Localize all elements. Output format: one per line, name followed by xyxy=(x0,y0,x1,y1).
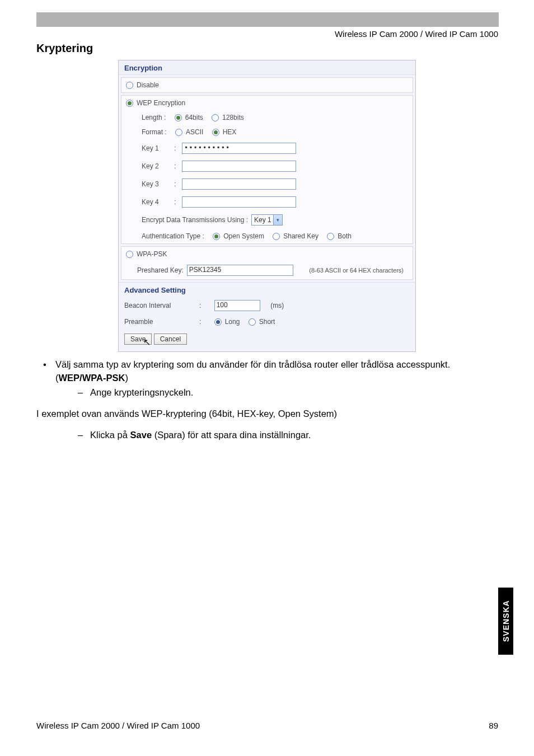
key3-label: Key 3 xyxy=(142,180,171,188)
bullet-1: Välj samma typ av kryptering som du anvä… xyxy=(36,358,495,385)
save-button[interactable]: Save xyxy=(124,334,152,345)
button-row: Save Cancel ↖ xyxy=(119,329,415,351)
bullet1-post: ) xyxy=(125,373,128,383)
cancel-button[interactable]: Cancel xyxy=(154,334,187,345)
advanced-header: Advanced Setting xyxy=(119,282,415,297)
top-grey-bar xyxy=(36,12,499,27)
example-paragraph: I exemplet ovan används WEP-kryptering (… xyxy=(36,407,495,421)
preamble-short: Short xyxy=(259,318,275,326)
radio-64bits[interactable] xyxy=(175,114,182,121)
wpa-cell: WPA-PSK Preshared Key: PSK12345 (8-63 AS… xyxy=(121,246,413,280)
footer-left: Wireless IP Cam 2000 / Wired IP Cam 1000 xyxy=(36,721,200,730)
length-128: 128bits xyxy=(222,114,244,121)
beacon-unit: (ms) xyxy=(270,302,284,309)
sub2-pre: Klicka på xyxy=(90,430,130,440)
encryption-disable-cell: Disable xyxy=(121,77,413,93)
bullet1-bold: WEP/WPA-PSK xyxy=(59,373,125,383)
preamble-label: Preamble xyxy=(124,318,196,326)
auth-shared: Shared Key xyxy=(283,232,318,240)
wpa-label: WPA-PSK xyxy=(137,250,167,258)
radio-wep[interactable] xyxy=(126,100,133,107)
key3-input[interactable] xyxy=(182,179,296,190)
format-label: Format : xyxy=(142,128,167,136)
sub2-post: (Spara) för att spara dina inställningar… xyxy=(152,430,311,440)
key1-label: Key 1 xyxy=(142,144,171,152)
encrypt-using-select[interactable]: Key 1 ▾ xyxy=(251,214,283,226)
auth-open: Open System xyxy=(223,232,264,240)
preshared-hint: (8-63 ASCII or 64 HEX characters) xyxy=(309,267,408,274)
key2-label: Key 2 xyxy=(142,162,171,170)
radio-disable[interactable] xyxy=(126,82,133,89)
disable-label: Disable xyxy=(137,81,159,89)
format-hex: HEX xyxy=(223,128,237,136)
key4-label: Key 4 xyxy=(142,198,171,206)
length-64: 64bits xyxy=(185,114,203,121)
header-product-line: Wireless IP Cam 2000 / Wired IP Cam 1000 xyxy=(335,29,498,39)
radio-wpa-psk[interactable] xyxy=(126,251,133,258)
encrypt-using-value: Key 1 xyxy=(254,216,271,224)
preamble-long: Long xyxy=(225,318,240,326)
encrypt-using-label: Encrypt Data Transmissions Using : xyxy=(142,216,248,224)
sub2-bold: Save xyxy=(130,430,152,440)
key4-input[interactable] xyxy=(182,196,296,208)
sub-bullet-2: Klicka på Save (Spara) för att spara din… xyxy=(36,429,495,442)
footer-page-number: 89 xyxy=(489,721,498,730)
key2-input[interactable] xyxy=(182,161,296,172)
language-tab: SVENSKA xyxy=(498,588,513,655)
radio-shared-key[interactable] xyxy=(273,233,280,240)
auth-both: Both xyxy=(338,232,352,240)
preshared-label: Preshared Key: xyxy=(137,266,184,274)
key1-input[interactable]: •••••••••• xyxy=(182,143,296,154)
format-ascii: ASCII xyxy=(186,128,203,136)
auth-label: Authentication Type : xyxy=(142,232,204,240)
wep-cell: WEP Encryption Length : 64bits 128bits F… xyxy=(121,95,413,244)
encryption-panel: Encryption Disable WEP Encryption Length… xyxy=(118,60,416,352)
radio-both[interactable] xyxy=(327,233,334,240)
beacon-input[interactable]: 100 xyxy=(214,300,260,311)
radio-hex[interactable] xyxy=(212,129,219,136)
preshared-input[interactable]: PSK12345 xyxy=(187,265,293,276)
radio-open-system[interactable] xyxy=(213,233,220,240)
beacon-label: Beacon Interval xyxy=(124,302,196,309)
chevron-down-icon: ▾ xyxy=(273,215,282,225)
radio-128bits[interactable] xyxy=(212,114,219,121)
instructions-block: Välj samma typ av kryptering som du anvä… xyxy=(36,358,495,443)
section-title: Kryptering xyxy=(36,42,93,55)
radio-ascii[interactable] xyxy=(175,129,182,136)
radio-long[interactable] xyxy=(214,318,222,326)
length-label: Length : xyxy=(142,114,166,121)
radio-short[interactable] xyxy=(249,318,256,326)
sub-bullet-1: Ange krypteringsnyckeln. xyxy=(36,386,495,400)
encryption-header: Encryption xyxy=(119,60,415,75)
wep-label: WEP Encryption xyxy=(137,99,185,107)
